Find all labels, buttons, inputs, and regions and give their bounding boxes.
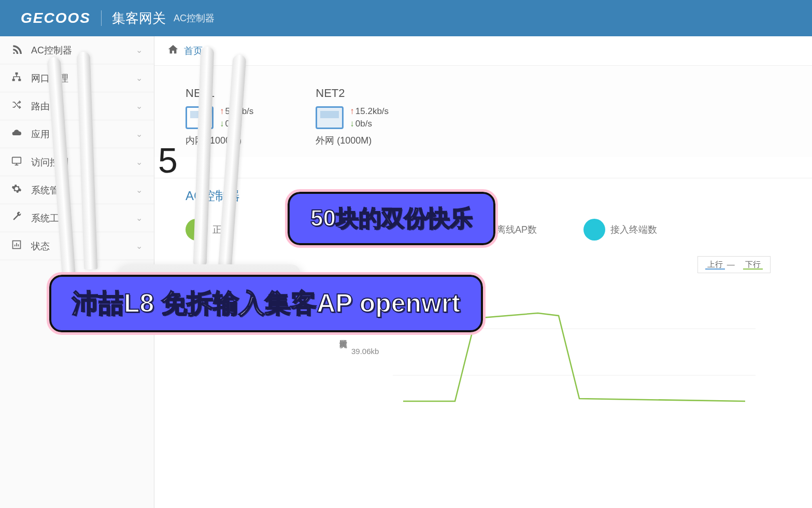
brand-title: 集客网关 [112,9,166,27]
svg-rect-3 [12,157,21,163]
gear-icon [11,184,25,196]
divider [101,10,102,26]
sidebar-item-ac[interactable]: AC控制器 ⌄ [0,36,154,64]
legend-down: 下行 [743,260,763,270]
net1-desc: 内网 (1000M) [186,134,253,147]
sidebar-item-label: 状态 [31,240,136,252]
banner-1-text: 50块的双份快乐 [310,203,473,234]
chevron-down-icon: ⌄ [136,73,143,83]
ethernet-icon [186,106,213,129]
stat-status: 正常 [186,219,231,241]
net2-down: 0b/s [350,118,389,130]
stat-label: 离线AP数 [496,223,537,236]
network-icon [11,72,25,84]
chevron-down-icon: ⌄ [136,157,143,167]
svg-rect-2 [18,79,21,81]
chart-legend: 上行 — 下行 [697,256,771,273]
status-dot-icon [583,219,605,241]
home-icon[interactable] [167,44,179,58]
sidebar-item-label: 系统工具 [31,212,136,224]
wrench-icon [11,211,25,224]
status-dot-icon [186,219,207,241]
sidebar-item-access[interactable]: 访问控制 ⌄ [0,148,154,176]
stat-label: 接入终端数 [610,223,657,236]
banner-2-text: 沛喆L8 免拆输入集客AP openwrt [72,286,460,321]
breadcrumb-home-link[interactable]: 首页 [184,45,203,57]
sidebar-item-status[interactable]: 状态 ⌄ [0,232,154,260]
net2-up: 15.2kb/s [350,105,389,118]
stat-terminals: 接入终端数 [583,219,657,241]
network-row: NET1 5.3kb/s 0b/s 内网 (1000M) NET2 15.2kb… [154,66,812,157]
chevron-down-icon: ⌄ [136,185,143,195]
sidebar-item-ports[interactable]: 网口管理 ⌄ [0,64,154,92]
net1-down: 0b/s [220,118,253,130]
sidebar-item-route[interactable]: 路由 ⌄ [0,92,154,120]
banner-1: 50块的双份快乐 [288,192,495,245]
shuffle-icon [11,100,25,112]
bar-chart-icon [11,239,25,252]
sidebar-item-label: 网口管理 [31,72,136,84]
big-number: 5 [158,140,178,180]
chart-tick-1: 39.06kb [351,347,379,356]
sidebar-item-apps[interactable]: 应用 ⌄ [0,120,154,148]
monitor-icon [11,156,25,168]
legend-down-dash: — [727,260,735,269]
sidebar-item-label: 应用 [31,128,136,140]
stat-label: 正常 [212,223,231,236]
sidebar: AC控制器 ⌄ 网口管理 ⌄ 路由 ⌄ 应用 ⌄ [0,36,154,508]
main-content: 首页 NET1 5.3kb/s 0b/s 内网 (1000M) NET2 [154,36,812,508]
svg-rect-0 [16,73,18,75]
chevron-down-icon: ⌄ [136,45,143,55]
chevron-down-icon: ⌄ [136,129,143,139]
net1-rates: 5.3kb/s 0b/s [220,105,253,130]
net2-rates: 15.2kb/s 0b/s [350,105,389,130]
net1-block: NET1 5.3kb/s 0b/s 内网 (1000M) [186,87,253,147]
chevron-down-icon: ⌄ [136,213,143,223]
sidebar-item-label: 系统管理 [31,184,136,196]
logo: GECOOS [21,10,91,26]
svg-rect-1 [12,79,15,81]
banner-2: 沛喆L8 免拆输入集客AP openwrt [49,275,483,332]
sidebar-item-label: AC控制器 [31,44,136,57]
sidebar-item-label: 路由 [31,100,136,112]
net2-block: NET2 15.2kb/s 0b/s 外网 (1000M) [316,87,389,147]
ethernet-icon [316,106,344,129]
net1-up: 5.3kb/s [220,105,253,118]
cloud-icon [11,128,25,140]
header: GECOOS 集客网关 AC控制器 [0,0,812,36]
net2-name: NET2 [316,87,389,100]
net1-name: NET1 [186,87,253,100]
rss-icon [11,44,25,57]
sidebar-item-systools[interactable]: 系统工具 ⌄ [0,204,154,232]
sidebar-item-sysmgmt[interactable]: 系统管理 ⌄ [0,176,154,204]
chevron-down-icon: ⌄ [136,241,143,251]
sidebar-item-label: 访问控制 [31,156,136,168]
legend-up: 上行 [705,260,725,270]
breadcrumb: 首页 [154,36,812,66]
brand-subtitle: AC控制器 [174,12,215,24]
net2-desc: 外网 (1000M) [316,134,389,147]
chevron-down-icon: ⌄ [136,101,143,111]
